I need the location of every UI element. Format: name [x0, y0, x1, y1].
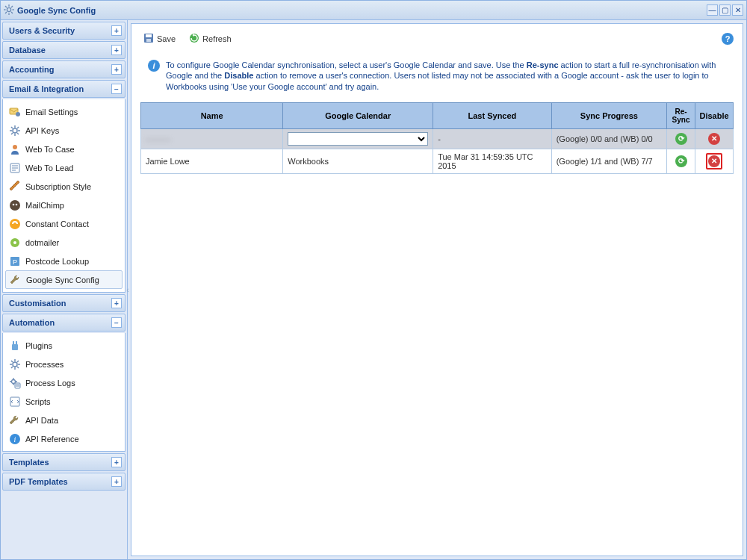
svg-point-30 — [13, 241, 16, 244]
cell-resync: ⟳ — [667, 128, 695, 149]
cell-last-synced: - — [433, 128, 552, 149]
minimize-button[interactable]: — — [707, 4, 718, 16]
highlight-frame: ✕ — [706, 153, 722, 169]
svg-line-42 — [17, 367, 19, 368]
acc-body: PluginsProcessesProcess LogsScriptsAPI D… — [2, 333, 125, 452]
sidebar-item-postcode-lookup[interactable]: PPostcode Lookup — [3, 252, 125, 270]
sidebar-item-api-keys[interactable]: API Keys — [3, 121, 125, 140]
svg-rect-58 — [146, 39, 151, 42]
info-icon: i — [9, 433, 21, 445]
col-disable: Disable — [695, 102, 734, 128]
sidebar-item-label: Process Logs — [25, 379, 75, 388]
col-name: Name — [141, 102, 283, 128]
sidebar-item-dotmailer[interactable]: dotmailer — [3, 233, 125, 252]
svg-line-16 — [11, 127, 13, 128]
svg-point-25 — [10, 200, 20, 211]
acc-header-users-security[interactable]: Users & Security+ — [2, 22, 125, 40]
refresh-icon — [189, 33, 199, 45]
svg-point-0 — [7, 7, 10, 11]
refresh-button[interactable]: Refresh — [186, 31, 235, 46]
svg-point-27 — [16, 203, 18, 205]
svg-point-20 — [13, 145, 17, 149]
sidebar-item-label: Subscription Style — [25, 182, 91, 191]
acc-label: Database — [9, 46, 46, 55]
postcode-icon: P — [9, 255, 21, 267]
sidebar-item-google-sync-config[interactable]: Google Sync Config — [5, 270, 123, 289]
acc-label: Users & Security — [9, 26, 75, 35]
sidebar-item-api-reference[interactable]: iAPI Reference — [3, 429, 125, 448]
wrench-icon — [10, 274, 22, 286]
maximize-button[interactable]: ▢ — [719, 4, 731, 16]
acc-header-accounting[interactable]: Accounting+ — [2, 60, 125, 78]
sidebar-item-plugins[interactable]: Plugins — [3, 336, 125, 355]
acc-header-customisation[interactable]: Customisation+ — [2, 294, 125, 312]
table-row: Jamie LoweWorkbooksTue Mar 31 14:59:35 U… — [141, 149, 734, 173]
acc-label: Customisation — [9, 299, 66, 308]
svg-line-41 — [11, 361, 13, 362]
svg-point-28 — [10, 219, 20, 229]
resync-button[interactable]: ⟳ — [675, 155, 687, 167]
splitter-handle[interactable]: ‹ — [125, 279, 130, 301]
acc-header-templates[interactable]: Templates+ — [2, 453, 125, 471]
cell-disable: ✕ — [695, 128, 734, 149]
main: ‹ Save Refresh ? — [128, 20, 746, 559]
sidebar-item-mailchimp[interactable]: MailChimp — [3, 196, 125, 214]
sidebar-item-label: Postcode Lookup — [25, 257, 89, 266]
cell-name: Jamie Lowe — [141, 149, 283, 173]
sidebar-item-subscription-style[interactable]: Subscription Style — [3, 177, 125, 196]
sidebar-item-label: Web To Case — [25, 145, 75, 154]
acc-header-pdf-templates[interactable]: PDF Templates+ — [2, 473, 125, 491]
sidebar-item-scripts[interactable]: Scripts — [3, 392, 125, 411]
acc-toggle-icon: + — [111, 25, 122, 36]
sidebar-item-web-to-lead[interactable]: Web To Lead — [3, 158, 125, 177]
svg-rect-53 — [10, 397, 19, 406]
window-buttons: — ▢ ✕ — [707, 4, 743, 16]
acc-header-database[interactable]: Database+ — [2, 41, 125, 59]
acc-label: Automation — [9, 318, 55, 327]
svg-line-7 — [5, 12, 7, 13]
acc-label: Templates — [9, 458, 49, 467]
acc-label: Accounting — [9, 65, 55, 74]
acc-toggle-icon: + — [111, 298, 122, 308]
cell-name: ——— — [141, 128, 283, 149]
info-box: i To configure Google Calendar synchroni… — [140, 54, 734, 102]
calendar-select[interactable] — [288, 132, 428, 146]
script-icon — [9, 396, 21, 408]
sidebar-item-label: Google Sync Config — [26, 276, 99, 284]
constantcontact-icon — [9, 218, 21, 230]
sidebar-item-label: Processes — [25, 360, 63, 369]
save-button[interactable]: Save — [140, 31, 179, 46]
sidebar-item-api-data[interactable]: API Data — [3, 411, 125, 429]
sidebar-item-label: MailChimp — [25, 201, 64, 210]
svg-line-5 — [5, 6, 7, 7]
sidebar-item-process-logs[interactable]: Process Logs — [3, 373, 125, 392]
help-icon[interactable]: ? — [722, 33, 734, 45]
svg-line-6 — [11, 12, 13, 13]
svg-line-19 — [17, 127, 19, 128]
plugin-icon — [9, 340, 21, 352]
info-text: To configure Google Calendar synchronisa… — [166, 60, 726, 92]
sidebar-item-web-to-case[interactable]: Web To Case — [3, 140, 125, 158]
acc-header-automation[interactable]: Automation− — [2, 314, 125, 332]
sidebar-item-constant-contact[interactable]: Constant Contact — [3, 214, 125, 233]
disable-button[interactable]: ✕ — [708, 155, 720, 167]
col-last: Last Synced — [433, 102, 552, 128]
sidebar-item-label: Plugins — [25, 341, 52, 350]
sidebar-item-processes[interactable]: Processes — [3, 355, 125, 373]
sidebar-item-email-settings[interactable]: Email Settings — [3, 102, 125, 121]
sidebar-item-label: Email Settings — [25, 108, 78, 116]
acc-body: Email SettingsAPI KeysWeb To CaseWeb To … — [2, 99, 125, 293]
svg-point-11 — [13, 128, 17, 133]
acc-header-email-integration[interactable]: Email & Integration− — [2, 80, 125, 98]
window-title: Google Sync Config — [4, 4, 707, 16]
close-button[interactable]: ✕ — [732, 4, 743, 16]
sync-table: Name Google Calendar Last Synced Sync Pr… — [140, 102, 734, 174]
cell-calendar: Workbooks — [283, 149, 433, 173]
disable-button[interactable]: ✕ — [708, 133, 720, 145]
dotmailer-icon — [9, 237, 21, 249]
blurred-name: ——— — [146, 134, 170, 143]
svg-rect-34 — [13, 341, 14, 344]
resync-button[interactable]: ⟳ — [675, 133, 687, 145]
cell-progress: (Google) 0/0 and (WB) 0/0 — [551, 128, 666, 149]
wrench-icon — [9, 414, 21, 426]
